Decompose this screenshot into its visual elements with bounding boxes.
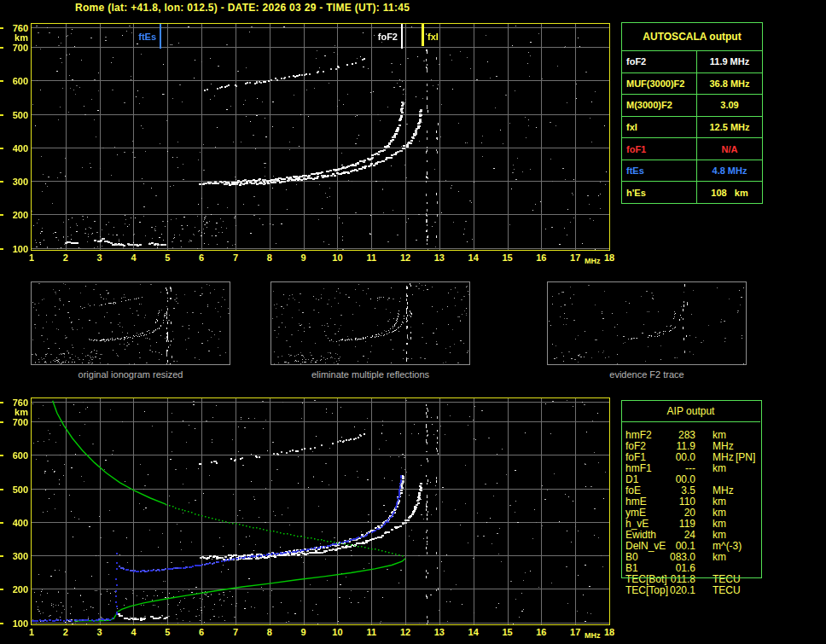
y-tick-label: 400	[0, 143, 28, 154]
y-axis-tick	[0, 555, 3, 557]
autoscala-row: M(3000)F23.09	[622, 95, 762, 117]
aip-row-value: 020.1	[651, 584, 695, 596]
bottom-ionogram-frame	[31, 397, 610, 625]
autoscala-row: foF211.9 MHz	[622, 51, 762, 73]
autoscala-screen: Rome (lat: +41.8, lon: 012.5) - DATE: 20…	[0, 0, 826, 644]
autoscala-row: ftEs4.8 MHz	[622, 160, 762, 183]
aip-row-unit: MHz	[713, 451, 734, 463]
aip-row-unit: km	[713, 462, 726, 474]
y-tick-label: 200	[0, 584, 28, 595]
aip-row-value: 20	[651, 507, 695, 519]
autoscala-row: h'Es108 km	[622, 182, 762, 203]
aip-row: Ewidth24km	[621, 529, 762, 540]
y-axis-tick	[0, 27, 3, 29]
autoscala-row: foF1N/A	[622, 138, 762, 160]
x-tick-label: 3	[90, 627, 109, 637]
autoscala-table-rows: foF211.9 MHzMUF(3000)F236.8 MHzM(3000)F2…	[622, 51, 762, 203]
thumbnail-eliminate-frame	[270, 281, 470, 365]
autoscala-row-value: 11.9 MHz	[697, 51, 762, 73]
y-axis-tick	[0, 489, 3, 490]
y-axis-tick	[0, 148, 3, 149]
aip-row-value: 01.6	[651, 562, 695, 574]
y-axis-tick	[0, 214, 3, 216]
y-tick-label: 700	[0, 43, 28, 53]
aip-row: DelN_vE00.1m^(-3)	[621, 540, 762, 551]
y-axis-tick	[0, 623, 3, 624]
x-tick-label: 7	[226, 627, 245, 637]
x-tick-label: 2	[56, 627, 75, 637]
aip-row: D100.0	[621, 473, 762, 484]
x-tick-label: 17	[566, 627, 585, 637]
x-tick-label: 16	[532, 627, 550, 637]
autoscala-row-label: foF2	[622, 51, 697, 73]
y-tick-label: 600	[0, 450, 28, 461]
x-tick-label: 13	[430, 252, 449, 263]
top-ionogram-frame	[31, 23, 610, 251]
aip-row-value: 119	[651, 518, 695, 530]
y-axis-tick	[0, 402, 3, 403]
aip-row-value: 00.0	[651, 451, 695, 463]
aip-row-unit: km	[713, 529, 726, 541]
fxi-marker-line	[422, 24, 424, 46]
autoscala-row-value: 3.09	[697, 95, 762, 116]
autoscala-row-value: N/A	[697, 138, 762, 160]
aip-table-title: AIP output	[621, 405, 760, 417]
autoscala-row-label: M(3000)F2	[622, 95, 697, 116]
aip-row: foF100.0MHz[PN]	[621, 451, 762, 462]
aip-row-value: 3.5	[651, 484, 695, 496]
x-tick-label: 3	[90, 252, 109, 263]
x-tick-label: 14	[464, 627, 483, 637]
aip-row: hmF1---km	[621, 462, 762, 473]
aip-row: TEC[Top]020.1TECU	[621, 584, 762, 595]
y-axis-tick	[0, 522, 3, 524]
aip-row-value: 083.0	[651, 551, 695, 563]
y-tick-label: 760	[0, 23, 28, 33]
aip-table-separator	[621, 421, 760, 422]
y-tick-label: 300	[0, 551, 28, 561]
x-tick-label: 15	[498, 252, 517, 263]
x-tick-label: 14	[464, 252, 483, 263]
ftes-marker-line	[160, 24, 161, 49]
aip-row: foF211.9MHz	[621, 440, 762, 451]
x-tick-label: 6	[192, 627, 211, 637]
aip-row-unit: km	[713, 496, 726, 508]
x-tick-label: 17	[566, 252, 585, 263]
fof2-marker-label: foF2	[369, 32, 398, 42]
thumbnail-eliminate-caption: eliminate multiple reflections	[270, 369, 470, 380]
y-tick-label: 500	[0, 110, 28, 120]
aip-row-value: 011.8	[651, 573, 695, 585]
aip-row-unit: km	[713, 507, 726, 519]
x-tick-label: 5	[158, 627, 177, 637]
x-tick-label: 6	[192, 252, 211, 263]
aip-row-value: 24	[651, 529, 695, 541]
x-tick-label: 16	[532, 252, 550, 263]
thumbnail-original-canvas	[32, 282, 230, 364]
autoscala-row-label: fxI	[622, 117, 697, 138]
aip-row-label: D1	[625, 473, 638, 485]
x-tick-label: 10	[328, 627, 346, 637]
y-tick-label: 300	[0, 177, 28, 187]
x-tick-label: 1	[22, 627, 41, 637]
top-plot-x-unit-label: MHz	[585, 257, 601, 265]
aip-row-unit: TECU	[713, 573, 741, 585]
autoscala-row-value: 108 km	[697, 182, 762, 203]
bottom-plot-y-unit-label: km	[0, 407, 28, 417]
y-tick-label: 600	[0, 76, 28, 86]
top-ionogram-canvas	[32, 24, 609, 250]
autoscala-row: MUF(3000)F236.8 MHz	[622, 73, 762, 96]
x-tick-label: 13	[430, 627, 449, 637]
top-plot-y-unit-label: km	[0, 32, 28, 43]
aip-row-label: foF2	[625, 440, 646, 452]
aip-row: h_vE119km	[621, 518, 762, 529]
aip-row-unit: km	[713, 518, 726, 530]
x-tick-label: 15	[498, 627, 517, 637]
x-tick-label: 4	[124, 252, 143, 263]
x-tick-label: 8	[260, 627, 279, 637]
ftes-marker-label: ftEs	[128, 32, 156, 42]
autoscala-row-label: MUF(3000)F2	[622, 73, 697, 95]
x-tick-label: 8	[260, 252, 279, 263]
aip-row-value: ---	[651, 462, 695, 474]
aip-row-unit: TECU	[713, 584, 741, 596]
aip-row-value: 00.0	[651, 473, 695, 485]
aip-row-unit: km	[713, 429, 726, 441]
